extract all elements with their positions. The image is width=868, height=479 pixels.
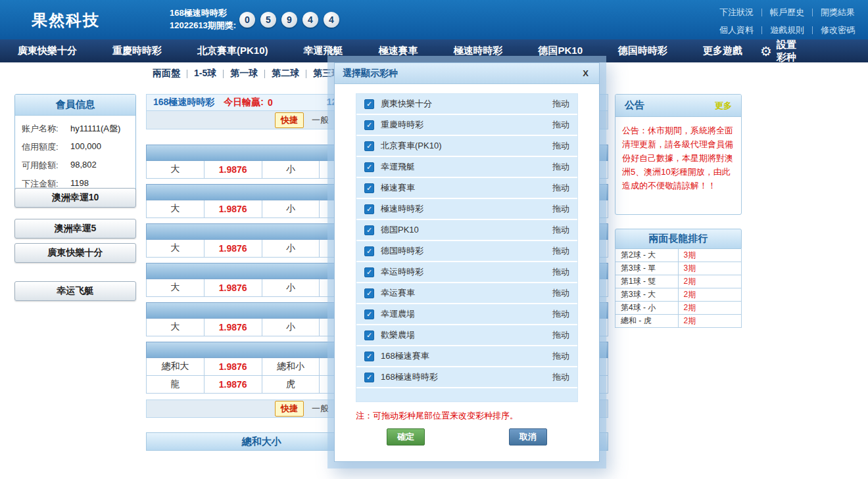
lottery-list-item[interactable]: ✓ 廣東快樂十分 拖动 [356, 94, 577, 115]
checkbox-checked[interactable]: ✓ [364, 267, 374, 277]
lottery-list-item[interactable]: ✓ 德国時時彩 拖动 [356, 241, 577, 262]
more-link[interactable]: 更多 [715, 100, 732, 112]
quick-bet-button[interactable]: 快捷 [275, 112, 304, 128]
tab-two-sides[interactable]: 兩面盤 [153, 68, 180, 80]
quick-bet-button[interactable]: 快捷 [275, 401, 304, 417]
bet-option-small[interactable]: 小 [262, 240, 320, 258]
lottery-list-item[interactable]: ✓ 極速賽車 拖动 [356, 178, 577, 199]
lottery-list-item[interactable]: ✓ 幸运賽車 拖动 [356, 283, 577, 304]
checkbox-checked[interactable]: ✓ [364, 99, 374, 109]
drag-handle[interactable]: 拖动 [552, 287, 569, 299]
sidebar-game-gdklsf[interactable]: 廣東快樂十分 [14, 243, 136, 263]
link-bet-status[interactable]: 下注狀況 [719, 7, 754, 18]
checkbox-checked[interactable]: ✓ [364, 352, 374, 361]
lottery-list-item[interactable]: ✓ 幸运時時彩 拖动 [356, 262, 577, 283]
confirm-button[interactable]: 確定 [387, 428, 425, 445]
checkbox-checked[interactable]: ✓ [364, 141, 374, 151]
checkbox-checked[interactable]: ✓ [364, 162, 374, 172]
drag-handle[interactable]: 拖动 [552, 245, 569, 257]
drag-handle[interactable]: 拖动 [552, 140, 569, 152]
bet-option-big[interactable]: 大 [147, 240, 205, 258]
user-menu: 下注狀況 帳戶歷史 開獎結果 個人資料 遊戲規則 修改密碼 [719, 7, 855, 42]
nav-item-cqssc[interactable]: 重慶時時彩 [95, 45, 180, 57]
dialog-note: 注：可拖动彩种尾部位置来改变彩种排序。 [356, 410, 599, 422]
lottery-list-item[interactable]: ✓ 幸運飛艇 拖动 [356, 157, 577, 178]
lottery-list-item[interactable]: ✓ 重慶時時彩 拖动 [356, 115, 577, 136]
drag-handle[interactable]: 拖动 [552, 203, 569, 215]
checkbox-checked[interactable]: ✓ [364, 309, 374, 319]
check-icon: ✓ [366, 122, 372, 129]
tab-balls-1-5[interactable]: 1-5球 [194, 68, 216, 80]
divider [187, 70, 187, 78]
bet-option-small[interactable]: 小 [262, 161, 320, 179]
draw-ball: 4 [324, 12, 339, 28]
nav-item-jssc[interactable]: 極速賽車 [361, 45, 436, 57]
drag-handle[interactable]: 拖动 [552, 98, 569, 110]
lottery-list: ✓ 廣東快樂十分 拖动 ✓ 重慶時時彩 拖动 ✓ 北京賽車(PK10) 拖动 ✓… [356, 93, 578, 402]
drag-handle[interactable]: 拖动 [552, 182, 569, 194]
drag-handle[interactable]: 拖动 [552, 119, 569, 131]
checkbox-checked[interactable]: ✓ [364, 120, 374, 130]
drag-handle[interactable]: 拖动 [552, 266, 569, 278]
nav-item-jsssc[interactable]: 極速時時彩 [436, 45, 521, 57]
link-account-history[interactable]: 帳戶歷史 [770, 7, 804, 18]
check-icon: ✓ [366, 269, 372, 276]
bet-option-big[interactable]: 大 [147, 319, 205, 336]
checkbox-checked[interactable]: ✓ [364, 288, 374, 298]
lottery-list-item[interactable]: ✓ 168極速賽車 拖动 [356, 346, 577, 367]
checkbox-checked[interactable]: ✓ [364, 225, 374, 235]
nav-item-dessc[interactable]: 德国時時彩 [600, 45, 685, 57]
bet-option-big[interactable]: 大 [147, 279, 205, 297]
sidebar-game-aozhou5[interactable]: 澳洲幸運5 [14, 219, 136, 239]
bet-option-big[interactable]: 大 [147, 161, 205, 179]
lottery-list-item[interactable]: ✓ 幸運農場 拖动 [356, 304, 577, 325]
sidebar-game-aozhou10[interactable]: 澳洲幸運10 [14, 188, 136, 208]
lottery-list-item[interactable]: ✓ 德国PK10 拖动 [356, 220, 577, 241]
lottery-name: 北京賽車(PK10) [381, 140, 441, 152]
bet-option-big[interactable]: 大 [147, 200, 205, 218]
checkbox-checked[interactable]: ✓ [364, 183, 374, 193]
bet-option-dragon[interactable]: 龍 [147, 376, 205, 394]
nav-item-depk10[interactable]: 德国PK10 [521, 45, 601, 57]
bet-odds: 1.9876 [205, 358, 262, 376]
drag-handle[interactable]: 拖动 [552, 329, 569, 341]
nav-item-more-games[interactable]: 更多遊戲 [685, 45, 760, 57]
bet-option-small[interactable]: 小 [262, 279, 320, 297]
tab-ball-2[interactable]: 第二球 [272, 68, 299, 80]
ranking-count: 3期 [679, 262, 742, 275]
drag-handle[interactable]: 拖动 [552, 308, 569, 320]
nav-item-xyft[interactable]: 幸運飛艇 [286, 45, 361, 57]
cancel-button[interactable]: 取消 [509, 428, 547, 445]
drag-handle[interactable]: 拖动 [552, 371, 569, 383]
bet-option-sum-small[interactable]: 總和小 [262, 358, 320, 376]
tab-ball-1[interactable]: 第一球 [230, 68, 258, 80]
link-draw-results[interactable]: 開獎結果 [821, 7, 855, 18]
drag-handle[interactable]: 拖动 [552, 224, 569, 236]
drag-handle[interactable]: 拖动 [552, 161, 569, 173]
link-profile[interactable]: 個人資料 [719, 24, 754, 36]
lottery-list-item[interactable]: ✓ 168極速時時彩 拖动 [356, 367, 577, 388]
lottery-list-item[interactable]: ✓ 歡樂農場 拖动 [356, 325, 577, 346]
checkbox-checked[interactable]: ✓ [364, 204, 374, 214]
normal-bet-option[interactable]: 一般 [312, 403, 329, 415]
link-change-password[interactable]: 修改密碼 [821, 24, 855, 36]
nav-item-bjpk10[interactable]: 北京賽車(PK10) [180, 45, 286, 57]
nav-item-gdklsf[interactable]: 廣東快樂十分 [0, 45, 95, 57]
drag-handle[interactable]: 拖动 [552, 350, 569, 362]
normal-bet-option[interactable]: 一般 [312, 114, 329, 126]
sidebar-game-xyft[interactable]: 幸运飞艇 [14, 281, 136, 301]
member-label: 可用餘額: [22, 160, 70, 171]
lottery-list-item[interactable]: ✓ 極速時時彩 拖动 [356, 199, 577, 220]
bet-option-small[interactable]: 小 [262, 200, 320, 218]
bet-option-tiger[interactable]: 虎 [262, 376, 320, 394]
lottery-list-item[interactable]: ✓ 北京賽車(PK10) 拖动 [356, 136, 577, 157]
lottery-settings-button[interactable]: ⚙ 設置彩种 [760, 39, 802, 64]
checkbox-checked[interactable]: ✓ [364, 331, 374, 340]
checkbox-checked[interactable]: ✓ [364, 246, 374, 256]
checkbox-checked[interactable]: ✓ [364, 373, 374, 382]
bet-odds: 1.9876 [205, 200, 262, 218]
bet-option-small[interactable]: 小 [262, 319, 320, 336]
link-game-rules[interactable]: 遊戲規則 [770, 24, 804, 36]
close-button[interactable]: X [580, 68, 591, 78]
bet-option-sum-big[interactable]: 總和大 [147, 358, 205, 376]
